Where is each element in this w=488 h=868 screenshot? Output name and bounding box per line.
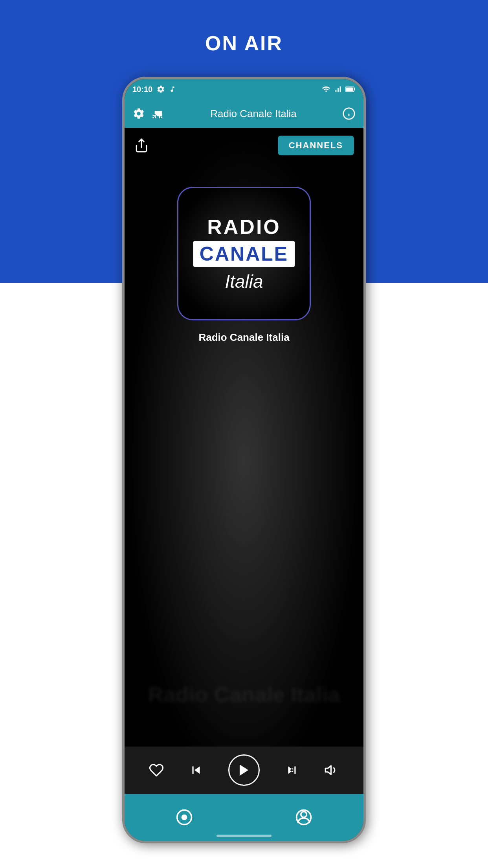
phone-shell: 10:10 bbox=[122, 77, 366, 843]
wifi-icon bbox=[322, 85, 330, 94]
play-button[interactable] bbox=[228, 754, 260, 786]
station-name: Radio Canale Italia bbox=[198, 331, 289, 344]
logo-line1: RADIO bbox=[207, 215, 281, 239]
svg-rect-1 bbox=[346, 88, 353, 91]
svg-marker-8 bbox=[326, 766, 331, 774]
svg-marker-7 bbox=[240, 765, 248, 776]
favorite-button[interactable] bbox=[149, 763, 164, 778]
content-toolbar: CHANNELS bbox=[125, 128, 363, 163]
app-bar-title: Radio Canale Italia bbox=[210, 108, 297, 120]
share-icon[interactable] bbox=[134, 138, 149, 153]
app-bar: Radio Canale Italia bbox=[125, 99, 363, 128]
settings-icon[interactable] bbox=[132, 107, 145, 120]
logo-line2: CANALE bbox=[200, 243, 288, 265]
main-content: Radio Canale Italia CHANNELS RADIO CANAL… bbox=[125, 128, 363, 794]
next-button[interactable] bbox=[284, 763, 299, 778]
bg-blur-text: Radio Canale Italia bbox=[148, 682, 340, 707]
svg-point-11 bbox=[301, 811, 307, 817]
home-indicator bbox=[216, 835, 272, 837]
bottom-nav bbox=[125, 794, 363, 841]
player-controls bbox=[125, 747, 363, 794]
battery-icon bbox=[345, 86, 356, 93]
status-bar: 10:10 bbox=[125, 79, 363, 99]
status-time: 10:10 bbox=[132, 85, 152, 94]
music-status-icon bbox=[169, 86, 176, 93]
page-title: ON AIR bbox=[205, 31, 283, 55]
side-button bbox=[364, 197, 366, 228]
channels-button[interactable]: CHANNELS bbox=[278, 136, 354, 155]
profile-nav-button[interactable] bbox=[295, 809, 312, 826]
settings-status-icon bbox=[156, 85, 165, 94]
svg-point-10 bbox=[182, 815, 187, 820]
prev-button[interactable] bbox=[189, 763, 204, 778]
radio-nav-button[interactable] bbox=[176, 809, 193, 826]
cast-icon[interactable] bbox=[152, 107, 165, 120]
logo-line3: Italia bbox=[225, 271, 263, 292]
signal-icon bbox=[334, 85, 342, 94]
volume-button[interactable] bbox=[324, 763, 339, 778]
info-icon[interactable] bbox=[342, 107, 356, 120]
radio-logo-container: RADIO CANALE Italia Radio Canale Italia bbox=[125, 187, 363, 344]
logo-canale-row: CANALE bbox=[193, 241, 295, 267]
svg-rect-2 bbox=[354, 88, 356, 90]
radio-logo-box: RADIO CANALE Italia bbox=[177, 187, 311, 320]
